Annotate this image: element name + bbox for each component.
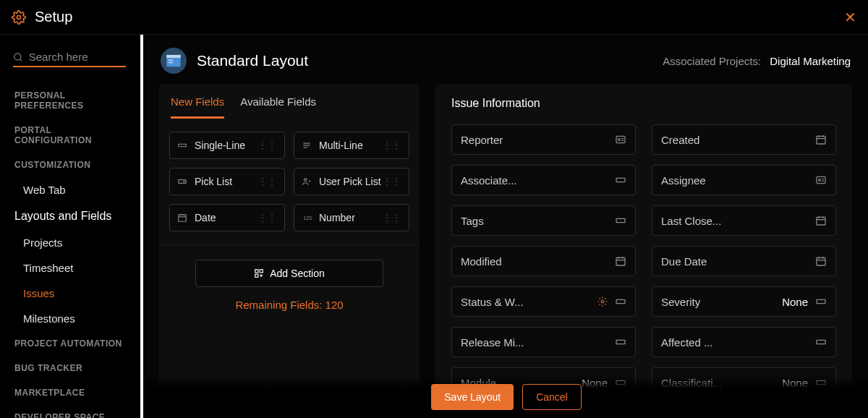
- field-chip-pick-list[interactable]: Pick List⋮⋮: [169, 168, 285, 195]
- issue-field-label: Associate...: [461, 174, 608, 187]
- single-icon: [177, 140, 187, 150]
- add-section-label: Add Section: [270, 268, 325, 279]
- card-icon: [615, 336, 626, 348]
- issue-field-label: Last Close...: [661, 215, 808, 227]
- issue-field-label: Severity: [661, 296, 778, 308]
- search-wrap[interactable]: [13, 48, 126, 67]
- add-section-button[interactable]: Add Section: [195, 260, 383, 287]
- svg-point-24: [618, 139, 621, 141]
- svg-rect-50: [616, 299, 625, 303]
- nav-heading[interactable]: BUG TRACKER: [0, 356, 140, 380]
- svg-rect-19: [260, 270, 263, 273]
- gear-icon[interactable]: [597, 297, 608, 307]
- issue-field[interactable]: Assignee: [652, 165, 836, 195]
- sidebar-item-projects[interactable]: Projects: [0, 230, 140, 255]
- nav-heading[interactable]: MARKETPLACE: [0, 380, 140, 405]
- sidebar-item-layouts[interactable]: Layouts and Fields: [0, 202, 140, 230]
- search-input[interactable]: [29, 51, 126, 63]
- field-chip-user-pick-list[interactable]: User Pick List⋮⋮: [294, 168, 409, 195]
- cancel-button[interactable]: Cancel: [522, 384, 582, 410]
- search-icon: [13, 51, 23, 63]
- nav-heading[interactable]: PROJECT AUTOMATION: [0, 331, 140, 356]
- close-icon[interactable]: ✕: [844, 9, 856, 26]
- grip-icon: ⋮⋮: [383, 176, 401, 187]
- save-button[interactable]: Save Layout: [431, 384, 514, 410]
- card-icon: [615, 296, 626, 307]
- issue-field-label: Assignee: [661, 174, 808, 187]
- svg-point-49: [601, 300, 604, 303]
- field-chip-date[interactable]: Date⋮⋮: [169, 204, 285, 231]
- multi-icon: [302, 140, 312, 150]
- tab-available-fields[interactable]: Available Fields: [240, 95, 316, 119]
- nav-heading[interactable]: PERSONAL PREFERENCES: [0, 83, 140, 118]
- issue-field[interactable]: Reporter: [451, 124, 636, 155]
- svg-rect-53: [817, 340, 825, 344]
- field-chip-single-line[interactable]: Single-Line⋮⋮: [169, 132, 285, 159]
- calendar-icon: [815, 134, 827, 145]
- associated-value[interactable]: Digital Marketing: [770, 55, 851, 67]
- layout-icon: [161, 48, 187, 74]
- layout-title: Standard Layout: [197, 52, 308, 69]
- issue-field[interactable]: Status & W...: [451, 286, 636, 317]
- calendar-icon: [615, 255, 626, 267]
- issue-field-label: Modified: [461, 255, 608, 268]
- issue-field[interactable]: Last Close...: [652, 205, 836, 236]
- calendar-icon: [815, 215, 827, 226]
- userpick-icon: [302, 176, 312, 187]
- grip-icon: ⋮⋮: [383, 140, 401, 150]
- nav-heading[interactable]: CUSTOMIZATION: [0, 153, 140, 177]
- issue-field-label: Tags: [461, 215, 608, 227]
- pick-icon: [177, 176, 187, 187]
- nav-heading[interactable]: PORTAL CONFIGURATION: [0, 118, 140, 153]
- grip-icon: ⋮⋮: [383, 213, 401, 223]
- card-icon: [815, 296, 827, 307]
- issue-field-label: Release Mi...: [461, 336, 608, 349]
- issue-field[interactable]: Tags: [451, 205, 636, 236]
- field-label: Number: [319, 212, 383, 223]
- svg-rect-6: [169, 62, 174, 64]
- nav-heading[interactable]: DEVELOPER SPACE: [0, 405, 140, 418]
- svg-point-33: [819, 179, 821, 182]
- issue-field-label: Reporter: [461, 134, 608, 146]
- date-icon: [177, 213, 187, 223]
- panel-issue-info: Issue Information ReporterCreatedAssocia…: [435, 84, 852, 418]
- user-card-icon: [615, 134, 626, 145]
- card-icon: [815, 336, 827, 348]
- field-label: Single-Line: [195, 140, 258, 151]
- grip-icon: ⋮⋮: [258, 213, 277, 223]
- tab-new-fields[interactable]: New Fields: [171, 95, 224, 119]
- svg-rect-27: [817, 136, 825, 144]
- issue-field[interactable]: Release Mi...: [451, 327, 636, 357]
- grip-icon: ⋮⋮: [258, 140, 277, 150]
- svg-rect-37: [817, 217, 825, 225]
- issue-field[interactable]: Due Date: [652, 246, 836, 276]
- issue-field[interactable]: Affected ...: [652, 327, 836, 357]
- svg-rect-41: [616, 257, 625, 265]
- issue-field-label: Due Date: [661, 255, 808, 268]
- svg-rect-45: [817, 257, 825, 265]
- issue-field[interactable]: Modified: [451, 246, 636, 276]
- card-icon: [615, 174, 626, 186]
- issue-field[interactable]: Created: [652, 124, 836, 155]
- remaining-fields: Remaining Fields: 120: [235, 299, 343, 311]
- field-chip-number[interactable]: 123Number⋮⋮: [294, 204, 409, 231]
- issue-field-label: Created: [661, 134, 808, 146]
- issue-field-label: Affected ...: [661, 336, 808, 349]
- add-section-icon: [254, 268, 264, 278]
- svg-rect-5: [169, 59, 174, 61]
- card-icon: [615, 215, 626, 226]
- svg-rect-52: [616, 340, 625, 344]
- user-card-icon: [815, 174, 827, 186]
- issue-info-title: Issue Information: [451, 97, 836, 110]
- associated-label: Associated Projects:: [663, 55, 761, 67]
- issue-field[interactable]: SeverityNone: [652, 286, 836, 317]
- sidebar-item-issues[interactable]: Issues: [0, 281, 140, 306]
- sidebar-item-timesheet[interactable]: Timesheet: [0, 255, 140, 281]
- sidebar-item-milestones[interactable]: Milestones: [0, 306, 140, 331]
- issue-field[interactable]: Associate...: [451, 165, 636, 195]
- field-chip-multi-line[interactable]: Multi-Line⋮⋮: [294, 132, 409, 159]
- svg-point-1: [14, 53, 21, 59]
- svg-text:123: 123: [303, 216, 312, 221]
- sidebar-item-webtab[interactable]: Web Tab: [0, 177, 140, 202]
- field-label: Pick List: [195, 176, 258, 187]
